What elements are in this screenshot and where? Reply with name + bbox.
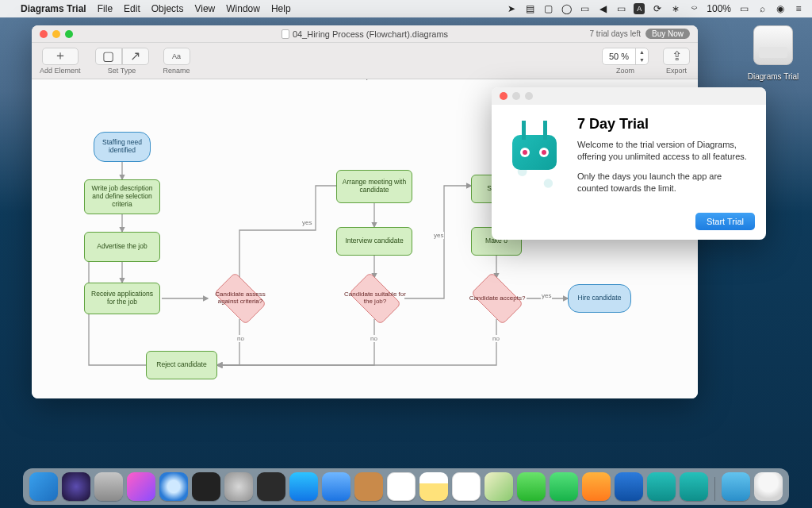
dock-item-launchpad[interactable] (94, 472, 123, 501)
close-window-button[interactable] (40, 30, 48, 38)
zoom-control[interactable]: 50 % ▲ ▼ (602, 48, 649, 65)
dock-item-terminal[interactable] (192, 472, 220, 501)
dock-item-facetime[interactable] (550, 472, 578, 501)
edge-label-no-3: no (492, 335, 500, 342)
dock-item-settings[interactable] (224, 472, 253, 501)
dock-item-activity[interactable] (257, 472, 285, 501)
zoom-value: 50 % (603, 52, 635, 61)
export-label: Export (666, 67, 687, 75)
timer-menu-icon[interactable]: ◯ (561, 3, 572, 14)
window-menu-icon[interactable]: ▢ (542, 3, 553, 14)
desktop-volume-label: Diagrams Trial (748, 72, 799, 81)
dock-item-reminders[interactable] (452, 472, 481, 501)
dialog-minimize-button (512, 92, 520, 100)
edge-label-yes-2: yes (433, 232, 444, 239)
zoom-window-button[interactable] (65, 30, 73, 38)
dock-item-trash[interactable] (754, 472, 783, 501)
camera-menu-icon[interactable]: ▭ (579, 3, 590, 14)
edge-label-no-1: no (236, 335, 245, 342)
dock (23, 468, 789, 505)
export-button[interactable]: ⇪ (663, 48, 690, 65)
rename-button[interactable]: Aa (163, 48, 190, 65)
profile-menu-icon[interactable]: ◉ (775, 3, 786, 14)
trial-dialog-window: 7 Day Trial Welcome to the trial version… (492, 87, 766, 240)
wifi-icon[interactable]: ⌔ (688, 3, 699, 14)
edge-label-yes-3: yes (541, 292, 552, 299)
dock-item-notes[interactable] (419, 472, 448, 501)
location-services-icon[interactable]: ➤ (506, 3, 517, 14)
dock-item-appstore[interactable] (289, 472, 318, 501)
dock-item-diagrams-1[interactable] (647, 472, 676, 501)
trial-dialog-paragraph-2: Only the days you launch the app are cou… (577, 171, 753, 194)
node-decision-accepts[interactable]: Candidate accepts? (466, 278, 528, 319)
dock-item-safari[interactable] (159, 472, 188, 501)
desktop-volume-diagrams-trial[interactable]: Diagrams Trial (745, 25, 801, 83)
menubar-app-name[interactable]: Diagrams Trial (21, 3, 86, 14)
clipboard-menu-icon[interactable]: ▤ (524, 3, 535, 14)
edge-label-yes-1: yes (301, 219, 312, 226)
desktop: Diagrams Trial File Edit Objects View Wi… (0, 0, 812, 508)
dock-item-xcode[interactable] (615, 472, 643, 501)
buy-now-button[interactable]: Buy Now (645, 29, 690, 39)
menu-edit[interactable]: Edit (124, 3, 140, 14)
set-type-connector-button[interactable]: ↗ (122, 48, 149, 65)
menu-objects[interactable]: Objects (151, 3, 184, 14)
dialog-zoom-button (525, 92, 533, 100)
node-decision-assess-criteria[interactable]: Candidate assess against criteria? (209, 278, 271, 319)
dock-item-contacts[interactable] (354, 472, 383, 501)
node-arrange-meeting[interactable]: Arrange meeting with candidate (336, 170, 412, 203)
dock-item-finder[interactable] (29, 472, 58, 501)
start-trial-button[interactable]: Start Trial (695, 213, 755, 230)
rename-label: Rename (163, 67, 190, 75)
window-titlebar[interactable]: 04_Hiring Process (Flowchart).diagrams 7… (32, 25, 698, 43)
menu-window[interactable]: Window (226, 3, 260, 14)
node-reject-candidate[interactable]: Reject candidate (146, 351, 217, 379)
minimize-window-button[interactable] (52, 30, 60, 38)
dock-item-mail[interactable] (322, 472, 350, 501)
notification-center-icon[interactable]: ≡ (793, 3, 804, 14)
dock-item-messages[interactable] (517, 472, 546, 501)
node-start-staffing-need[interactable]: Staffing need identified (94, 132, 151, 162)
document-title: 04_Hiring Process (Flowchart).diagrams (293, 29, 448, 39)
document-icon (282, 29, 289, 39)
display-menu-icon[interactable]: ▭ (615, 3, 626, 14)
node-hire-candidate[interactable]: Hire candidate (568, 284, 631, 313)
set-type-rect-button[interactable]: ▢ (95, 48, 122, 65)
edge-label-no-2: no (370, 335, 378, 342)
node-interview-candidate[interactable]: Interview candidate (336, 227, 412, 256)
input-source-icon[interactable]: A (634, 3, 645, 14)
menu-view[interactable]: View (194, 3, 215, 14)
dock-item-downloads[interactable] (722, 472, 750, 501)
node-decision-suitable[interactable]: Candidate suitable for the job? (344, 278, 406, 319)
editor-toolbar: ＋ Add Element ▢ ↗ Set Type Aa Rename 50 … (32, 43, 698, 79)
volume-icon[interactable]: ◀︎ (597, 3, 608, 14)
bluetooth-icon[interactable]: ∗ (670, 3, 681, 14)
dock-item-calendar[interactable] (387, 472, 416, 501)
battery-icon[interactable]: ▭ (738, 3, 749, 14)
dialog-close-button[interactable] (500, 92, 508, 100)
node-write-job-description[interactable]: Write job description and define selecti… (84, 179, 160, 214)
dock-separator (714, 477, 715, 501)
dock-item-books[interactable] (582, 472, 611, 501)
diagrams-app-icon (503, 116, 568, 195)
trial-dialog-title: 7 Day Trial (577, 116, 753, 133)
time-machine-icon[interactable]: ⟳ (652, 3, 663, 14)
add-element-label: Add Element (40, 67, 81, 75)
menubar: Diagrams Trial File Edit Objects View Wi… (0, 0, 812, 17)
trial-days-left-label: 7 trial days left (590, 29, 641, 38)
menu-help[interactable]: Help (271, 3, 291, 14)
node-advertise-job[interactable]: Advertise the job (84, 232, 160, 262)
dock-item-maps[interactable] (485, 472, 513, 501)
trial-dialog-titlebar[interactable] (492, 87, 766, 105)
trial-dialog-paragraph-1: Welcome to the trial version of Diagrams… (577, 139, 753, 163)
add-element-button[interactable]: ＋ (42, 48, 79, 65)
dock-item-siri[interactable] (62, 472, 90, 501)
spotlight-icon[interactable]: ⌕ (756, 3, 768, 14)
node-receive-applications[interactable]: Receive applications for the job (84, 283, 160, 314)
dock-item-diagrams-2[interactable] (680, 472, 708, 501)
zoom-down-icon[interactable]: ▼ (639, 56, 645, 64)
menu-file[interactable]: File (98, 3, 113, 14)
battery-percentage[interactable]: 100% (707, 3, 731, 14)
zoom-up-icon[interactable]: ▲ (639, 48, 645, 56)
dock-item-music[interactable] (127, 472, 155, 501)
